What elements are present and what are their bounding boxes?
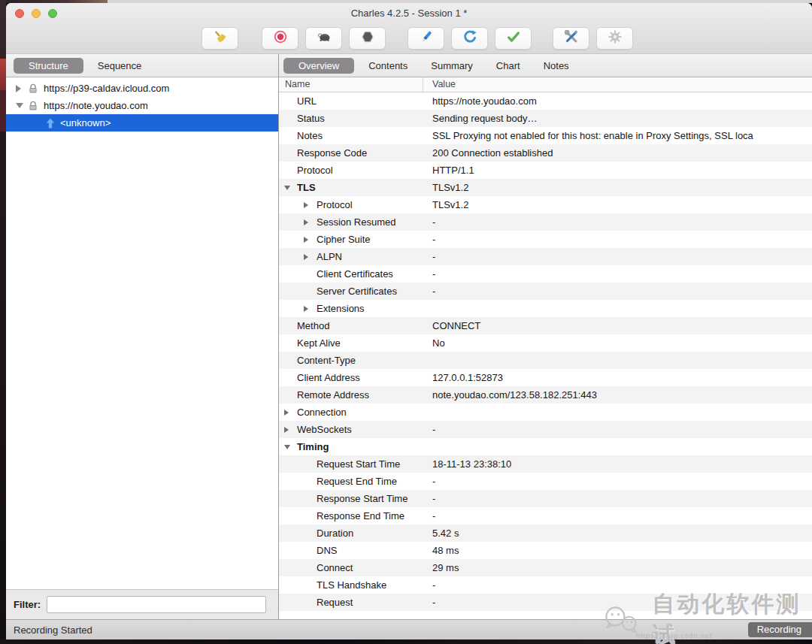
turtle-icon xyxy=(316,29,332,48)
hexagon-icon xyxy=(359,29,376,48)
title-bar[interactable]: Charles 4.2.5 - Session 1 * xyxy=(6,3,812,23)
table-row[interactable]: Session Resumed - xyxy=(279,213,812,231)
row-value: TLSv1.2 xyxy=(423,179,812,196)
table-row[interactable]: Request End Time - xyxy=(279,473,812,490)
host-lock-icon xyxy=(27,83,39,95)
repeat-button[interactable] xyxy=(451,27,488,50)
settings-button[interactable] xyxy=(596,27,633,50)
chevron-down-icon[interactable] xyxy=(16,103,23,108)
row-value: - xyxy=(423,594,812,611)
row-name: Request xyxy=(279,597,353,608)
table-row[interactable]: Request Start Time 18-11-13 23:38:10 xyxy=(279,455,812,473)
desktop-background-bottom xyxy=(0,639,812,644)
table-row[interactable]: Duration 5.42 s xyxy=(279,525,812,542)
row-value xyxy=(423,438,812,455)
tools-button[interactable] xyxy=(553,27,589,50)
disclosure-triangle-icon xyxy=(284,410,289,416)
record-button[interactable] xyxy=(262,27,298,50)
right-tab-bar: Overview Contents Summary Chart Notes xyxy=(279,54,812,77)
tab-chart[interactable]: Chart xyxy=(487,58,529,74)
tree-item-icloud[interactable]: https://p39-caldav.icloud.com xyxy=(6,80,278,97)
clear-session-button[interactable] xyxy=(201,27,238,50)
table-row[interactable]: URL https://note.youdao.com xyxy=(279,92,812,110)
row-value xyxy=(423,352,812,369)
table-row[interactable]: Timing xyxy=(279,438,812,455)
tools-icon xyxy=(563,29,580,48)
tab-sequence[interactable]: Sequence xyxy=(89,58,151,74)
table-row[interactable]: TLS TLSv1.2 xyxy=(279,179,812,196)
row-name: Notes xyxy=(279,130,323,141)
disclosure-triangle-icon xyxy=(304,219,308,225)
row-name: Protocol xyxy=(279,199,353,210)
desktop-background-left xyxy=(0,0,6,644)
row-name: Remote Address xyxy=(279,389,369,401)
disclosure-triangle-icon xyxy=(284,186,290,190)
table-row[interactable]: Cipher Suite - xyxy=(279,231,812,248)
disclosure-triangle-icon xyxy=(304,202,308,208)
tab-structure[interactable]: Structure xyxy=(14,58,83,74)
chevron-right-icon[interactable] xyxy=(16,85,21,92)
table-row[interactable]: Response Start Time - xyxy=(279,490,812,507)
validate-button[interactable] xyxy=(495,27,532,50)
row-value: HTTP/1.1 xyxy=(423,162,812,179)
table-row[interactable]: Kept Alive No xyxy=(279,334,812,352)
row-name: Request Start Time xyxy=(279,458,400,470)
row-value: - xyxy=(423,248,812,265)
column-header-name[interactable]: Name xyxy=(279,77,423,92)
row-value xyxy=(423,404,812,421)
compose-button[interactable] xyxy=(408,27,444,50)
table-row[interactable]: Request - xyxy=(279,594,812,611)
table-row[interactable]: Server Certificates - xyxy=(279,283,812,300)
table-row[interactable]: Client Certificates - xyxy=(279,265,812,283)
tree-item-youdao[interactable]: https://note.youdao.com xyxy=(6,97,278,114)
tab-overview[interactable]: Overview xyxy=(283,58,354,74)
table-row[interactable]: Response End Time - xyxy=(279,507,812,525)
row-name: Connection xyxy=(279,407,347,418)
row-name: WebSockets xyxy=(279,424,352,435)
table-row[interactable]: WebSockets - xyxy=(279,421,812,438)
tab-notes[interactable]: Notes xyxy=(535,58,578,74)
row-name: Content-Type xyxy=(279,355,356,366)
table-row[interactable]: ALPN - xyxy=(279,248,812,265)
throttle-button[interactable] xyxy=(305,27,342,50)
disclosure-triangle-icon xyxy=(284,427,289,433)
row-name: Method xyxy=(279,320,329,331)
table-row[interactable]: Client Address 127.0.0.1:52873 xyxy=(279,369,812,386)
table-row[interactable]: Status Sending request body… xyxy=(279,110,812,127)
table-row[interactable]: Connection xyxy=(279,404,812,421)
row-value: No xyxy=(423,334,812,352)
tree-item-unknown[interactable]: <unknown> xyxy=(6,114,278,132)
table-row[interactable]: DNS 48 ms xyxy=(279,542,812,559)
tab-summary[interactable]: Summary xyxy=(422,58,482,74)
row-name: TLS Handshake xyxy=(279,579,386,591)
row-name: Request End Time xyxy=(279,476,397,487)
table-row[interactable]: Extensions xyxy=(279,300,812,317)
row-value: https://note.youdao.com xyxy=(423,92,812,110)
row-name: Session Resumed xyxy=(279,216,396,228)
row-name: Response Start Time xyxy=(279,493,408,504)
row-value: 48 ms xyxy=(423,542,812,559)
table-row[interactable]: TLS Handshake - xyxy=(279,576,812,594)
table-row[interactable]: Connect 29 ms xyxy=(279,559,812,576)
table-row[interactable]: Content-Type xyxy=(279,352,812,369)
breakpoints-button[interactable] xyxy=(349,27,386,50)
column-header-value[interactable]: Value xyxy=(423,77,812,92)
table-row[interactable]: Method CONNECT xyxy=(279,317,812,334)
tab-contents[interactable]: Contents xyxy=(359,58,417,74)
table-row[interactable]: Response Code 200 Connection established xyxy=(279,144,812,162)
detail-panel: Overview Contents Summary Chart Notes Na… xyxy=(279,54,812,619)
filter-input[interactable] xyxy=(47,596,266,613)
refresh-icon xyxy=(462,29,478,48)
table-row[interactable]: Notes SSL Proxying not enabled for this … xyxy=(279,127,812,144)
row-name: Protocol xyxy=(279,165,333,176)
table-row[interactable]: Protocol TLSv1.2 xyxy=(279,196,812,213)
row-value: - xyxy=(423,231,812,248)
record-icon xyxy=(272,29,289,48)
table-row[interactable]: Remote Address note.youdao.com/123.58.18… xyxy=(279,386,812,404)
left-tab-bar: Structure Sequence xyxy=(6,54,278,77)
row-name: Duration xyxy=(279,528,353,539)
table-row[interactable]: Protocol HTTP/1.1 xyxy=(279,162,812,179)
row-name: DNS xyxy=(279,545,337,556)
row-name: ALPN xyxy=(279,251,342,262)
row-value: - xyxy=(423,213,812,231)
